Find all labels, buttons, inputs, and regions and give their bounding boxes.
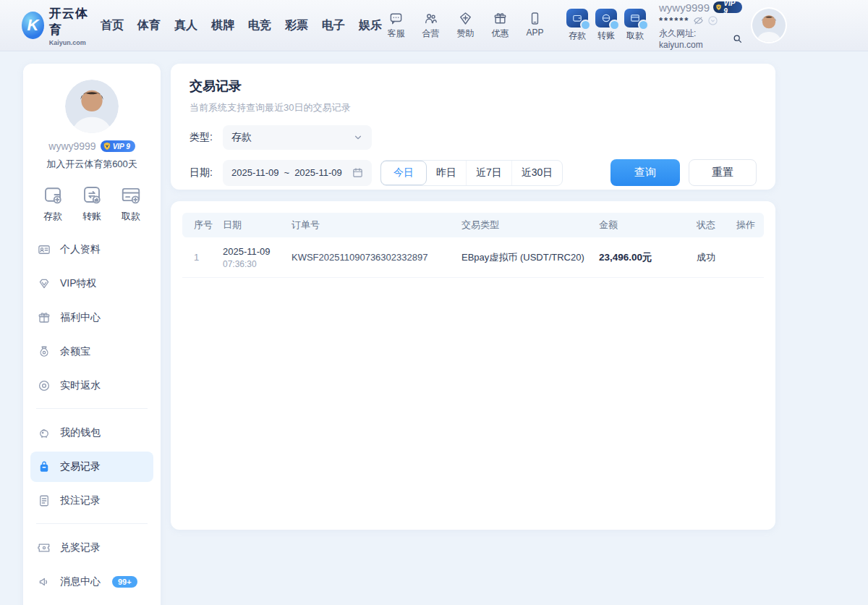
rebate-icon (38, 379, 51, 392)
brand-logo[interactable]: K 开云体育 Kaiyun.com (22, 5, 91, 46)
quick-range-group: 今日 昨日 近7日 近30日 (380, 160, 563, 186)
table-row[interactable]: 1 2025-11-09 07:36:30 KWSF20251109073630… (182, 237, 764, 278)
sidebar: wywy9999 VIP 9 加入开云体育第600天 存款 转账 取款 (23, 64, 161, 605)
cell-date: 2025-11-09 07:36:30 (223, 246, 292, 269)
quicklink-promo[interactable]: 优惠 (486, 12, 514, 40)
range-today-button[interactable]: 今日 (380, 161, 427, 185)
sidebar-item-vip[interactable]: VIP特权 (30, 268, 153, 299)
sidebar-item-label: 交易记录 (60, 460, 101, 473)
message-count-badge: 99+ (112, 576, 137, 588)
sidebar-item-bets[interactable]: 投注记录 (30, 486, 153, 516)
profile-vip-badge[interactable]: VIP 9 (101, 140, 135, 152)
sidebar-item-label: 实时返水 (60, 379, 101, 392)
date-filter-row: 日期: 2025-11-09 ~ 2025-11-09 今日 昨日 近7日 近3… (190, 159, 757, 186)
cell-status: 成功 (697, 251, 736, 264)
sidebar-item-wallet[interactable]: 我的钱包 (30, 418, 153, 448)
nav-item-home[interactable]: 首页 (101, 18, 124, 33)
col-header-action: 操作 (736, 219, 764, 232)
avatar-image (65, 80, 119, 133)
sidebar-item-messages[interactable]: 消息中心 99+ (30, 567, 153, 597)
cell-index: 1 (194, 252, 223, 263)
profile-avatar[interactable] (65, 80, 119, 133)
refresh-circle-icon[interactable] (707, 15, 718, 26)
sidebar-item-yuebao[interactable]: 余额宝 (30, 337, 153, 367)
vip-icon (38, 277, 51, 290)
user-avatar[interactable] (752, 9, 786, 42)
sidebar-item-transactions[interactable]: 交易记录 (30, 452, 153, 482)
sidebar-item-rebate[interactable]: 实时返水 (30, 371, 153, 401)
eye-off-icon[interactable] (693, 15, 704, 26)
sidebar-quick-actions: 存款 转账 取款 (23, 184, 161, 223)
wallet-icon (38, 426, 51, 439)
page-subtitle: 当前系统支持查询最近30日的交易记录 (190, 101, 775, 114)
transactions-table-card: 序号 日期 订单号 交易类型 金额 状态 操作 1 2025-11-09 07:… (171, 201, 775, 530)
deposit-icon (42, 184, 64, 206)
vip-shield-icon (715, 3, 722, 12)
nav-item-lottery[interactable]: 彩票 (285, 18, 308, 33)
profile-username: wywy9999 (48, 140, 95, 152)
reset-button[interactable]: 重置 (689, 159, 757, 186)
magnifier-icon[interactable] (733, 34, 742, 43)
phone-icon (528, 12, 542, 25)
chevron-down-icon (353, 132, 363, 143)
deposit-shortcut[interactable]: 存款 (566, 9, 588, 42)
filter-card: 交易记录 当前系统支持查询最近30日的交易记录 类型: 存款 日期: 2025-… (171, 64, 775, 190)
cell-date-time: 07:36:30 (223, 259, 292, 269)
nav-item-slots[interactable]: 电子 (322, 18, 345, 33)
balance-row: ****** (659, 15, 742, 26)
sidebar-item-label: 个人资料 (60, 243, 101, 256)
quicklink-sponsor[interactable]: 赞助 (451, 12, 480, 40)
transfer-icon (81, 184, 103, 206)
quicklink-app[interactable]: APP (521, 12, 549, 40)
user-info: wywy9999 VIP 9 ****** 永久网址: kaiyun.com (659, 1, 742, 50)
sidebar-menu: 个人资料 VIP特权 福利中心 余额宝 实时返水 我的钱包 交易记录 (23, 234, 161, 597)
sidebar-item-label: 投注记录 (60, 494, 101, 507)
col-header-index: 序号 (194, 219, 223, 232)
main-nav: 首页 体育 真人 棋牌 电竞 彩票 电子 娱乐 (101, 18, 382, 33)
brand-text: 开云体育 Kaiyun.com (49, 5, 91, 46)
sidebar-transfer-button[interactable]: 转账 (81, 184, 103, 223)
sidebar-item-label: 消息中心 (60, 575, 101, 588)
transfer-label: 转账 (597, 30, 615, 42)
sidebar-item-prizes[interactable]: 兑奖记录 (30, 533, 153, 563)
col-header-status: 状态 (697, 219, 736, 232)
nav-item-sports[interactable]: 体育 (137, 18, 161, 33)
col-header-date: 日期 (223, 219, 292, 232)
sidebar-item-welfare[interactable]: 福利中心 (30, 302, 153, 333)
range-7days-button[interactable]: 近7日 (467, 161, 512, 185)
withdraw-shortcut[interactable]: 取款 (624, 9, 646, 42)
range-30days-button[interactable]: 近30日 (512, 161, 563, 185)
deposit-label: 存款 (569, 30, 586, 42)
range-yesterday-button[interactable]: 昨日 (427, 161, 467, 185)
date-separator: ~ (284, 167, 290, 178)
withdraw-label: 取款 (122, 210, 140, 223)
filter-actions: 查询 重置 (610, 159, 757, 186)
quicklink-label: 客服 (388, 28, 405, 40)
sidebar-withdraw-button[interactable]: 取款 (120, 184, 142, 223)
wallet-shortcuts: 存款 转账 取款 (566, 9, 646, 42)
transfer-shortcut[interactable]: 转账 (595, 9, 617, 42)
quicklink-partners[interactable]: 合营 (417, 12, 445, 40)
nav-item-cards[interactable]: 棋牌 (211, 18, 234, 33)
date-range-input[interactable]: 2025-11-09 ~ 2025-11-09 (223, 160, 372, 186)
nav-item-entertainment[interactable]: 娱乐 (359, 18, 382, 33)
quicklink-service[interactable]: 客服 (382, 12, 410, 40)
sidebar-item-label: VIP特权 (60, 277, 97, 290)
deposit-label: 存款 (43, 210, 62, 223)
message-icon (38, 575, 51, 588)
brand-domain: Kaiyun.com (49, 39, 91, 46)
permanent-url: 永久网址: kaiyun.com (659, 28, 729, 50)
quicklink-label: 赞助 (457, 28, 475, 40)
nav-item-esports[interactable]: 电竞 (248, 18, 271, 33)
sidebar-item-profile[interactable]: 个人资料 (30, 234, 153, 265)
vip-badge[interactable]: VIP 9 (713, 1, 742, 13)
sidebar-deposit-button[interactable]: 存款 (42, 184, 64, 223)
type-select[interactable]: 存款 (223, 125, 372, 150)
nav-item-live[interactable]: 真人 (174, 18, 197, 33)
topbar-right: 客服 合营 赞助 优惠 (382, 1, 786, 50)
masked-balance: ****** (659, 15, 689, 26)
cell-amount: 23,496.00元 (599, 251, 697, 264)
search-button[interactable]: 查询 (610, 159, 680, 186)
brand-logo-icon: K (22, 12, 44, 39)
cell-date-day: 2025-11-09 (223, 246, 292, 257)
